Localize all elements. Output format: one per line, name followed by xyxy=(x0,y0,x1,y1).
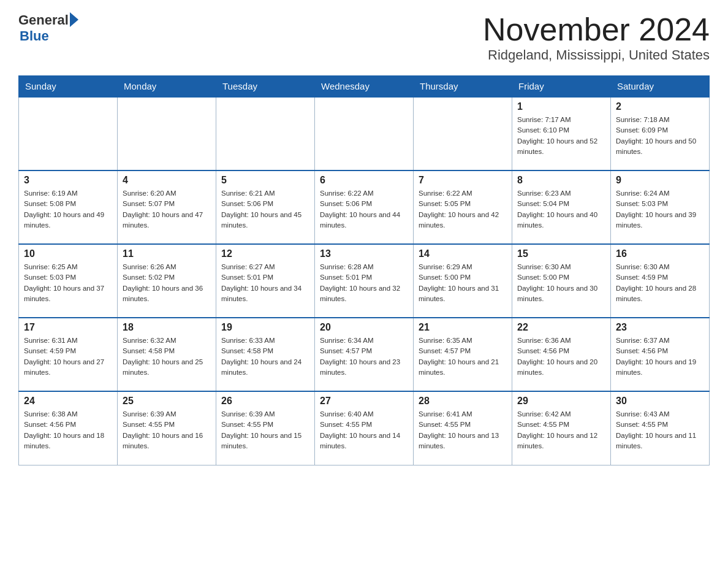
day-number: 5 xyxy=(221,175,309,186)
day-info: Sunrise: 6:27 AMSunset: 5:01 PMDaylight:… xyxy=(221,262,309,304)
calendar-week-3: 10Sunrise: 6:25 AMSunset: 5:03 PMDayligh… xyxy=(19,244,710,318)
day-info: Sunrise: 6:36 AMSunset: 4:56 PMDaylight:… xyxy=(517,335,605,378)
calendar-cell: 28Sunrise: 6:41 AMSunset: 4:55 PMDayligh… xyxy=(414,391,512,465)
day-number: 9 xyxy=(616,175,704,186)
day-info: Sunrise: 6:32 AMSunset: 4:58 PMDaylight:… xyxy=(123,335,211,378)
day-header-row: SundayMondayTuesdayWednesdayThursdayFrid… xyxy=(19,76,710,98)
calendar-header: SundayMondayTuesdayWednesdayThursdayFrid… xyxy=(19,76,710,98)
logo-arrow-icon xyxy=(70,12,78,27)
calendar-cell: 5Sunrise: 6:21 AMSunset: 5:06 PMDaylight… xyxy=(216,170,315,244)
calendar-week-4: 17Sunrise: 6:31 AMSunset: 4:59 PMDayligh… xyxy=(19,318,710,391)
day-header-saturday: Saturday xyxy=(611,76,710,98)
day-number: 3 xyxy=(24,175,112,186)
calendar-cell: 13Sunrise: 6:28 AMSunset: 5:01 PMDayligh… xyxy=(315,244,414,318)
calendar-cell: 26Sunrise: 6:39 AMSunset: 4:55 PMDayligh… xyxy=(216,391,315,465)
day-number: 16 xyxy=(616,248,704,259)
calendar-cell: 24Sunrise: 6:38 AMSunset: 4:56 PMDayligh… xyxy=(19,391,118,465)
day-info: Sunrise: 6:34 AMSunset: 4:57 PMDaylight:… xyxy=(320,335,408,378)
calendar-cell xyxy=(414,97,512,170)
day-number: 6 xyxy=(320,175,408,186)
calendar-week-5: 24Sunrise: 6:38 AMSunset: 4:56 PMDayligh… xyxy=(19,391,710,465)
calendar-cell: 15Sunrise: 6:30 AMSunset: 5:00 PMDayligh… xyxy=(512,244,611,318)
calendar-cell: 9Sunrise: 6:24 AMSunset: 5:03 PMDaylight… xyxy=(611,170,710,244)
day-info: Sunrise: 6:35 AMSunset: 4:57 PMDaylight:… xyxy=(419,335,507,378)
day-number: 14 xyxy=(419,248,507,259)
day-header-monday: Monday xyxy=(118,76,216,98)
day-number: 10 xyxy=(24,248,112,259)
calendar-title: November 2024 xyxy=(483,12,710,47)
calendar-body: 1Sunrise: 7:17 AMSunset: 6:10 PMDaylight… xyxy=(19,97,710,465)
day-number: 11 xyxy=(123,248,211,259)
calendar-cell: 20Sunrise: 6:34 AMSunset: 4:57 PMDayligh… xyxy=(315,318,414,391)
logo-general-text: General xyxy=(18,12,69,28)
day-number: 7 xyxy=(419,175,507,186)
day-header-sunday: Sunday xyxy=(19,76,118,98)
day-header-tuesday: Tuesday xyxy=(216,76,315,98)
day-info: Sunrise: 6:30 AMSunset: 5:00 PMDaylight:… xyxy=(517,262,605,304)
day-info: Sunrise: 6:39 AMSunset: 4:55 PMDaylight:… xyxy=(221,409,309,451)
day-info: Sunrise: 6:39 AMSunset: 4:55 PMDaylight:… xyxy=(123,409,211,451)
calendar-cell: 2Sunrise: 7:18 AMSunset: 6:09 PMDaylight… xyxy=(611,97,710,170)
day-info: Sunrise: 6:20 AMSunset: 5:07 PMDaylight:… xyxy=(123,188,211,231)
day-number: 27 xyxy=(320,396,408,407)
day-info: Sunrise: 6:41 AMSunset: 4:55 PMDaylight:… xyxy=(419,409,507,451)
logo: General Blue xyxy=(18,12,78,44)
day-info: Sunrise: 7:17 AMSunset: 6:10 PMDaylight:… xyxy=(517,115,605,157)
day-number: 21 xyxy=(419,322,507,333)
day-number: 18 xyxy=(123,322,211,333)
calendar-cell xyxy=(19,97,118,170)
calendar-cell: 30Sunrise: 6:43 AMSunset: 4:55 PMDayligh… xyxy=(611,391,710,465)
day-info: Sunrise: 6:38 AMSunset: 4:56 PMDaylight:… xyxy=(24,409,112,451)
calendar-cell: 12Sunrise: 6:27 AMSunset: 5:01 PMDayligh… xyxy=(216,244,315,318)
day-number: 25 xyxy=(123,396,211,407)
day-number: 8 xyxy=(517,175,605,186)
day-info: Sunrise: 6:24 AMSunset: 5:03 PMDaylight:… xyxy=(616,188,704,231)
day-info: Sunrise: 6:21 AMSunset: 5:06 PMDaylight:… xyxy=(221,188,309,231)
calendar-subtitle: Ridgeland, Mississippi, United States xyxy=(483,47,710,63)
calendar-cell: 29Sunrise: 6:42 AMSunset: 4:55 PMDayligh… xyxy=(512,391,611,465)
calendar-cell: 4Sunrise: 6:20 AMSunset: 5:07 PMDaylight… xyxy=(118,170,216,244)
calendar-cell xyxy=(216,97,315,170)
day-info: Sunrise: 6:26 AMSunset: 5:02 PMDaylight:… xyxy=(123,262,211,304)
day-header-wednesday: Wednesday xyxy=(315,76,414,98)
day-info: Sunrise: 6:31 AMSunset: 4:59 PMDaylight:… xyxy=(24,335,112,378)
calendar-cell: 27Sunrise: 6:40 AMSunset: 4:55 PMDayligh… xyxy=(315,391,414,465)
day-number: 12 xyxy=(221,248,309,259)
day-info: Sunrise: 6:25 AMSunset: 5:03 PMDaylight:… xyxy=(24,262,112,304)
calendar-cell: 6Sunrise: 6:22 AMSunset: 5:06 PMDaylight… xyxy=(315,170,414,244)
calendar-cell: 11Sunrise: 6:26 AMSunset: 5:02 PMDayligh… xyxy=(118,244,216,318)
day-number: 17 xyxy=(24,322,112,333)
day-number: 4 xyxy=(123,175,211,186)
calendar-cell: 3Sunrise: 6:19 AMSunset: 5:08 PMDaylight… xyxy=(19,170,118,244)
day-header-friday: Friday xyxy=(512,76,611,98)
day-number: 26 xyxy=(221,396,309,407)
calendar-week-1: 1Sunrise: 7:17 AMSunset: 6:10 PMDaylight… xyxy=(19,97,710,170)
day-number: 23 xyxy=(616,322,704,333)
calendar-cell: 16Sunrise: 6:30 AMSunset: 4:59 PMDayligh… xyxy=(611,244,710,318)
calendar-cell xyxy=(118,97,216,170)
day-number: 22 xyxy=(517,322,605,333)
calendar-cell: 25Sunrise: 6:39 AMSunset: 4:55 PMDayligh… xyxy=(118,391,216,465)
calendar-cell: 23Sunrise: 6:37 AMSunset: 4:56 PMDayligh… xyxy=(611,318,710,391)
day-number: 13 xyxy=(320,248,408,259)
title-block: November 2024 Ridgeland, Mississippi, Un… xyxy=(483,12,710,63)
page-header: General Blue November 2024 Ridgeland, Mi… xyxy=(18,12,710,63)
calendar-cell: 21Sunrise: 6:35 AMSunset: 4:57 PMDayligh… xyxy=(414,318,512,391)
calendar-cell: 1Sunrise: 7:17 AMSunset: 6:10 PMDaylight… xyxy=(512,97,611,170)
day-info: Sunrise: 6:22 AMSunset: 5:05 PMDaylight:… xyxy=(419,188,507,231)
day-number: 15 xyxy=(517,248,605,259)
day-info: Sunrise: 6:42 AMSunset: 4:55 PMDaylight:… xyxy=(517,409,605,451)
calendar-cell: 22Sunrise: 6:36 AMSunset: 4:56 PMDayligh… xyxy=(512,318,611,391)
day-number: 30 xyxy=(616,396,704,407)
day-header-thursday: Thursday xyxy=(414,76,512,98)
day-number: 19 xyxy=(221,322,309,333)
calendar-cell: 8Sunrise: 6:23 AMSunset: 5:04 PMDaylight… xyxy=(512,170,611,244)
day-number: 24 xyxy=(24,396,112,407)
calendar-cell: 18Sunrise: 6:32 AMSunset: 4:58 PMDayligh… xyxy=(118,318,216,391)
day-number: 28 xyxy=(419,396,507,407)
calendar-cell: 17Sunrise: 6:31 AMSunset: 4:59 PMDayligh… xyxy=(19,318,118,391)
day-number: 20 xyxy=(320,322,408,333)
day-number: 29 xyxy=(517,396,605,407)
day-number: 2 xyxy=(616,101,704,112)
day-info: Sunrise: 6:30 AMSunset: 4:59 PMDaylight:… xyxy=(616,262,704,304)
